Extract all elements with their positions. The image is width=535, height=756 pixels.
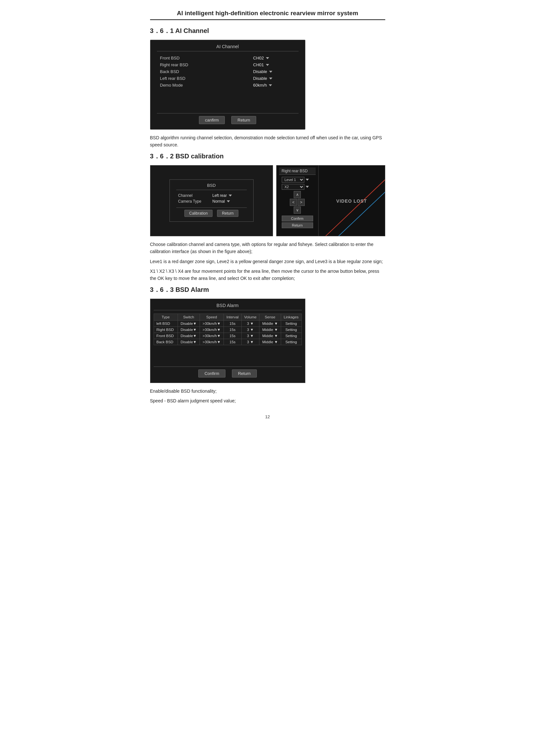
section-361-heading: 3．6．1 AI Channel [150, 26, 385, 35]
alarm-td-switch-0[interactable]: Disable▼ [178, 320, 200, 326]
section-362-desc-1: Leve1 is a red danger zone sign, Leve2 i… [150, 258, 385, 265]
alarm-td-linkages-3[interactable]: Setting [281, 339, 301, 345]
section-362-desc-0: Choose calibration channel and camera ty… [150, 241, 385, 255]
alarm-td-speed-3[interactable]: >30km/h▼ [200, 339, 223, 345]
right-bsd-confirm-return: Confirm Return [282, 216, 313, 228]
section-363-desc-0: Enable/disable BSD functionality; [150, 388, 385, 395]
alarm-th-volume: Volume [241, 313, 259, 320]
ai-channel-row-4: Demo Mode 60km/h [157, 82, 298, 89]
left-arrow-btn[interactable]: < [290, 199, 297, 206]
bsd-alarm-confirm-btn[interactable]: Confirm [198, 369, 225, 378]
alarm-td-speed-0[interactable]: >30km/h▼ [200, 320, 223, 326]
alarm-td-volume-2[interactable]: 3 ▼ [241, 333, 259, 339]
bsd-alarm-screen: BSD Alarm Type Switch Speed Interval Vol… [150, 299, 305, 383]
down-row: ∨ [294, 206, 301, 214]
ai-channel-screen-title: AI Channel [157, 44, 298, 51]
bsd-calibration-btn[interactable]: Calibration [184, 210, 212, 217]
bsd-return-btn[interactable]: Return [217, 210, 239, 217]
alarm-td-speed-2[interactable]: >30km/h▼ [200, 333, 223, 339]
ai-ch-label-1: Right rear BSD [160, 62, 188, 67]
alarm-th-interval: Interval [223, 313, 241, 320]
ai-channel-confirm-btn[interactable]: canfirm [199, 116, 225, 124]
alarm-td-sense-2[interactable]: Middle ▼ [259, 333, 281, 339]
bsd-value-1: Normal [212, 199, 225, 203]
alarm-th-type: Type [154, 313, 178, 320]
alarm-td-switch-2[interactable]: Disable▼ [178, 333, 200, 339]
ai-ch-arrow-4[interactable] [269, 84, 272, 86]
ai-ch-label-0: Front BSD [160, 56, 180, 61]
calibration-panels: BSD Channel Left rear Camera Type Normal… [150, 165, 385, 236]
section-361-description: BSD algorithm running channel selection,… [150, 134, 385, 149]
alarm-table-row: left BSD Disable▼ >30km/h▼ 15s 3 ▼ Middl… [154, 320, 301, 326]
section-362-desc-2: X1 \ X2 \ X3 \ X4 are four movement poin… [150, 268, 385, 282]
alarm-td-switch-3[interactable]: Disable▼ [178, 339, 200, 345]
bsd-row-0: Channel Left rear [176, 193, 247, 199]
ai-ch-arrow-2[interactable] [269, 71, 272, 73]
right-bsd-confirm-btn[interactable]: Confirm [282, 216, 313, 221]
bsd-value-0: Left rear [212, 193, 227, 198]
alarm-td-linkages-0[interactable]: Setting [281, 320, 301, 326]
ai-ch-arrow-1[interactable] [266, 64, 269, 66]
alarm-td-interval-2: 15s [223, 333, 241, 339]
ai-ch-arrow-3[interactable] [269, 78, 272, 79]
ai-ch-arrow-0[interactable] [266, 57, 269, 59]
ai-channel-row-3: Left rear BSD Disable [157, 75, 298, 82]
ai-ch-value-0: CH02 [253, 56, 264, 61]
ai-ch-label-4: Demo Mode [160, 83, 183, 88]
alarm-td-volume-3[interactable]: 3 ▼ [241, 339, 259, 345]
bsd-alarm-return-btn[interactable]: Return [232, 369, 257, 378]
level1-select[interactable]: Level 1 [282, 177, 304, 183]
alarm-td-speed-1[interactable]: >30km/h▼ [200, 326, 223, 333]
alarm-td-linkages-1[interactable]: Setting [281, 326, 301, 333]
alarm-td-volume-0[interactable]: 3 ▼ [241, 320, 259, 326]
section-362-heading: 3．6．2 BSD calibration [150, 152, 385, 161]
right-bsd-return-btn[interactable]: Return [282, 222, 313, 228]
bsd-alarm-footer: Confirm Return [154, 366, 302, 378]
svg-line-1 [338, 178, 385, 236]
bsd-calibration-screen: BSD Channel Left rear Camera Type Normal… [150, 165, 273, 236]
alarm-td-interval-0: 15s [223, 320, 241, 326]
alarm-td-linkages-2[interactable]: Setting [281, 333, 301, 339]
alarm-th-sense: Sense [259, 313, 281, 320]
right-bsd-title: Right rear BSD [279, 167, 316, 175]
alarm-td-volume-1[interactable]: 3 ▼ [241, 326, 259, 333]
alarm-td-sense-1[interactable]: Middle ▼ [259, 326, 281, 333]
ai-channel-screen: AI Channel Front BSD CH02 Right rear BSD… [150, 40, 305, 130]
x2-select-row: X2 [282, 184, 313, 190]
ai-channel-row-2: Back BSD Disable [157, 68, 298, 75]
alarm-td-type-2: Front BSD [154, 333, 178, 339]
alarm-td-sense-0[interactable]: Middle ▼ [259, 320, 281, 326]
x2-arrow[interactable] [306, 186, 309, 188]
down-arrow-btn[interactable]: ∨ [294, 206, 301, 214]
ai-ch-label-3: Left rear BSD [160, 76, 186, 81]
ai-channel-return-btn[interactable]: Return [231, 116, 256, 124]
bsd-arrow-0[interactable] [229, 195, 232, 197]
ai-ch-value-4: 60km/h [253, 83, 267, 88]
alarm-table-header-row: Type Switch Speed Interval Volume Sense … [154, 313, 301, 320]
x2-select[interactable]: X2 [282, 184, 304, 190]
bsd-alarm-title: BSD Alarm [154, 303, 302, 310]
up-row: ∧ [294, 191, 301, 198]
alarm-td-type-1: Right BSD [154, 326, 178, 333]
alarm-td-interval-3: 15s [223, 339, 241, 345]
level1-arrow[interactable] [306, 179, 309, 181]
ai-channel-row-1: Right rear BSD CH01 [157, 62, 298, 68]
video-lost-label: VIDEO LOST [336, 198, 367, 203]
bsd-arrow-1[interactable] [227, 201, 230, 202]
level1-select-row: Level 1 [282, 177, 313, 183]
ai-ch-label-2: Back BSD [160, 69, 179, 74]
alarm-th-linkages: Linkages [281, 313, 301, 320]
section-363-desc-1: Speed - BSD alarm judgment speed value; [150, 397, 385, 404]
alarm-table-row: Front BSD Disable▼ >30km/h▼ 15s 3 ▼ Midd… [154, 333, 301, 339]
section-363-heading: 3．6．3 BSD Alarm [150, 285, 385, 294]
alarm-th-speed: Speed [200, 313, 223, 320]
ai-channel-footer: canfirm Return [157, 113, 298, 124]
ai-ch-value-3: Disable [253, 76, 267, 81]
alarm-td-sense-3[interactable]: Middle ▼ [259, 339, 281, 345]
alarm-table-row: Back BSD Disable▼ >30km/h▼ 15s 3 ▼ Middl… [154, 339, 301, 345]
up-arrow-btn[interactable]: ∧ [294, 191, 301, 198]
alarm-td-type-3: Back BSD [154, 339, 178, 345]
bsd-alarm-table: Type Switch Speed Interval Volume Sense … [154, 313, 302, 345]
alarm-td-switch-1[interactable]: Disable▼ [178, 326, 200, 333]
right-arrow-btn[interactable]: > [297, 199, 305, 206]
